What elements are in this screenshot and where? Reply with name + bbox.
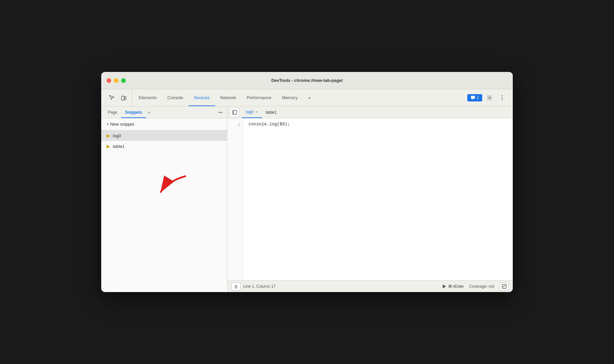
run-triangle-icon: [443, 284, 446, 288]
tab-sources[interactable]: Sources: [189, 89, 215, 106]
svg-point-9: [221, 112, 222, 113]
snippet-file-icon: ▶: [107, 144, 110, 149]
editor-area: log0 × table1 1 console.log($0);: [227, 106, 513, 292]
tab-network[interactable]: Network: [215, 89, 242, 106]
svg-point-7: [219, 112, 220, 113]
comment-icon: [471, 95, 475, 100]
line-numbers: 1: [227, 118, 243, 280]
run-button[interactable]: ⌘+Enter: [443, 284, 464, 289]
format-button[interactable]: {}: [231, 282, 241, 290]
coverage-icon[interactable]: [499, 282, 509, 290]
status-right: ⌘+Enter Coverage: n/a: [443, 282, 509, 290]
svg-point-6: [502, 99, 503, 100]
tab-memory[interactable]: Memory: [277, 89, 303, 106]
svg-point-5: [502, 97, 503, 98]
sidebar-tab-bar: Page Snippets »: [101, 106, 227, 118]
editor-tab-close-icon[interactable]: ×: [256, 110, 258, 114]
run-shortcut-label: ⌘+Enter: [448, 284, 464, 289]
sidebar: Page Snippets » + New snip: [101, 106, 227, 292]
tab-more[interactable]: »: [303, 89, 316, 106]
main-tab-nav: Elements Console Sources Network Perform…: [133, 89, 465, 106]
sidebar-toggle-icon[interactable]: [230, 108, 239, 117]
minimize-button[interactable]: [114, 78, 118, 83]
status-bar: {} Line 1, Column 17 ⌘+Enter Coverage: n…: [227, 280, 513, 292]
sidebar-tab-more[interactable]: »: [146, 110, 152, 115]
svg-point-8: [220, 112, 221, 113]
snippet-item-table1[interactable]: ▶ table1: [101, 141, 227, 152]
maximize-button[interactable]: [121, 78, 126, 83]
devtools-icons: [104, 89, 132, 106]
code-line-1: console.log($0);: [249, 121, 507, 128]
svg-point-4: [502, 95, 503, 96]
devtools-window: DevTools - chrome://new-tab-page/ Elemen…: [101, 72, 513, 292]
sidebar-tab-snippets[interactable]: Snippets: [121, 106, 146, 118]
editor-tab-log0[interactable]: log0 ×: [242, 106, 262, 118]
new-snippet-button[interactable]: + New snippet: [101, 118, 227, 130]
snippet-file-icon: ▶: [107, 133, 110, 138]
device-toggle-icon[interactable]: [118, 92, 129, 103]
close-button[interactable]: [107, 78, 111, 83]
tab-console[interactable]: Console: [162, 89, 189, 106]
code-content[interactable]: console.log($0);: [243, 118, 513, 280]
main-content: Page Snippets » + New snip: [101, 106, 513, 292]
status-left: {} Line 1, Column 17: [231, 282, 275, 290]
snippet-item-log0[interactable]: ▶ log0: [101, 130, 227, 141]
sidebar-tab-page[interactable]: Page: [104, 106, 121, 118]
line-number-1: 1: [227, 121, 243, 129]
title-bar: DevTools - chrome://new-tab-page/: [101, 72, 513, 89]
editor-tab-table1[interactable]: table1: [262, 106, 281, 118]
traffic-lights: [107, 78, 126, 83]
svg-rect-2: [471, 96, 475, 99]
tab-elements[interactable]: Elements: [133, 89, 162, 106]
tab-performance[interactable]: Performance: [241, 89, 276, 106]
svg-point-3: [489, 97, 491, 98]
sidebar-menu-icon[interactable]: [216, 108, 224, 116]
settings-icon[interactable]: [484, 92, 495, 103]
svg-rect-11: [233, 110, 237, 114]
editor-tab-bar: log0 × table1: [227, 106, 513, 118]
inspect-element-icon[interactable]: [107, 92, 117, 103]
coverage-label: Coverage: n/a: [469, 284, 494, 289]
snippet-list: ▶ log0 ▶ table1: [101, 130, 227, 292]
cursor-position: Line 1, Column 17: [243, 284, 275, 289]
code-editor[interactable]: 1 console.log($0);: [227, 118, 513, 280]
toolbar-right-actions: 2: [465, 92, 510, 103]
window-title: DevTools - chrome://new-tab-page/: [271, 78, 343, 83]
main-toolbar: Elements Console Sources Network Perform…: [101, 89, 513, 106]
more-options-icon[interactable]: [497, 92, 507, 103]
comment-badge[interactable]: 2: [467, 94, 482, 101]
